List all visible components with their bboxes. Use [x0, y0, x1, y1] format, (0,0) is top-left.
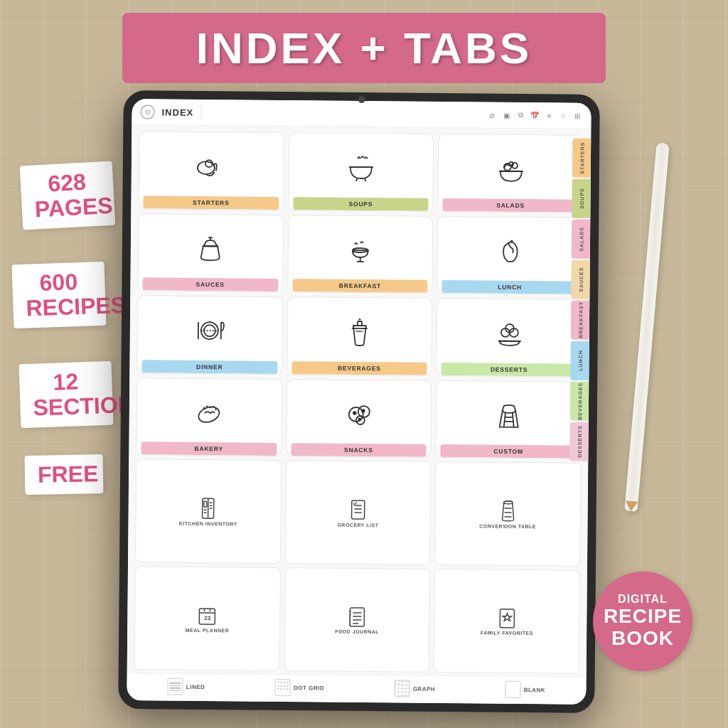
- free-card: FREE: [25, 454, 104, 495]
- gallery-icon[interactable]: ▣: [501, 110, 511, 120]
- grocery-list-label: GROCERY LIST: [337, 522, 378, 528]
- app-content: ⊙ INDEX ⊘ ▣ ⧉ 📅 ≡ ☆ ⊞: [127, 99, 591, 705]
- header-banner: INDEX + TABS: [122, 13, 606, 83]
- tablet-screen: STARTERS SOUPS SALADS SAUCES BREAKFAST L…: [127, 99, 591, 705]
- paper-styles-bar: LINED: [127, 673, 586, 705]
- snacks-label: SNACKS: [291, 443, 427, 457]
- dinner-icon: [142, 300, 278, 360]
- duplicate-icon[interactable]: ⧉: [515, 110, 525, 120]
- free-label: FREE: [38, 461, 91, 487]
- tab-sauces[interactable]: SAUCES: [571, 260, 591, 299]
- category-dinner[interactable]: DINNER: [136, 295, 283, 374]
- app-logo-icon: ⊙: [140, 105, 154, 119]
- category-custom[interactable]: CUSTOM: [436, 380, 582, 459]
- starters-icon: [144, 136, 279, 196]
- utility-food-journal[interactable]: FOOD JOURNAL: [284, 567, 430, 673]
- desserts-label: DESSERTS: [441, 363, 577, 377]
- lunch-label: LUNCH: [442, 280, 578, 294]
- utility-kitchen-inventory[interactable]: KITCHEN INVENTORY: [135, 459, 282, 564]
- pages-card: 628PAGES: [20, 161, 116, 230]
- utility-row-2: 23 MEAL PLANNER: [134, 566, 580, 673]
- app-index-title: INDEX: [161, 107, 193, 117]
- svg-point-6: [509, 162, 513, 166]
- badge-book: BOOK: [611, 628, 674, 650]
- conversion-table-label: CONVERSION TABLE: [479, 523, 536, 529]
- badge-recipe: RECIPE: [604, 606, 682, 628]
- food-journal-icon: [347, 606, 367, 627]
- category-salads[interactable]: SALADS: [438, 134, 584, 213]
- beverages-label: BEVERAGES: [291, 361, 427, 375]
- svg-point-39: [503, 500, 512, 503]
- dinner-label: DINNER: [141, 360, 277, 374]
- bakery-icon: [141, 382, 277, 443]
- svg-rect-29: [204, 501, 207, 507]
- utility-conversion-table[interactable]: CONVERSION TABLE: [434, 461, 581, 567]
- blank-style[interactable]: BLANK: [505, 681, 546, 698]
- tab-salads[interactable]: SALADS: [572, 220, 592, 259]
- custom-label: CUSTOM: [441, 444, 577, 459]
- header-divider: [200, 106, 201, 119]
- graph-label: GRAPH: [413, 685, 435, 692]
- meal-planner-label: MEAL PLANNER: [186, 627, 230, 633]
- tab-beverages[interactable]: BEVERAGES: [570, 382, 590, 421]
- soups-label: SOUPS: [293, 197, 429, 211]
- list-icon[interactable]: ≡: [544, 110, 554, 120]
- starters-label: STARTERS: [143, 196, 279, 210]
- graph-style[interactable]: GRAPH: [395, 680, 436, 697]
- main-categories-grid: STARTERS: [136, 131, 584, 459]
- svg-line-3: [365, 178, 366, 181]
- tab-soups[interactable]: SOUPS: [572, 179, 591, 218]
- lined-style[interactable]: LINED: [168, 678, 205, 695]
- utility-family-favorites[interactable]: FAMILY FAVORITES: [434, 569, 580, 674]
- dot-grid-style[interactable]: DOT GRID: [275, 679, 324, 697]
- tab-desserts[interactable]: DESSERTS: [569, 422, 589, 461]
- grocery-list-icon: [348, 498, 368, 520]
- kitchen-inventory-icon: [198, 497, 218, 520]
- tab-breakfast[interactable]: BREAKFAST: [571, 301, 591, 340]
- tab-lunch[interactable]: LUNCH: [570, 341, 590, 380]
- breakfast-icon: [292, 220, 428, 280]
- svg-point-26: [358, 419, 360, 421]
- search-icon[interactable]: ⊘: [487, 110, 497, 120]
- svg-point-24: [353, 412, 356, 414]
- graph-icon: [395, 680, 410, 697]
- recipes-number: 600RECIPES: [25, 269, 93, 321]
- calendar-icon[interactable]: 📅: [530, 110, 540, 120]
- breakfast-label: BREAKFAST: [292, 279, 428, 293]
- section-tabs: STARTERS SOUPS SALADS SAUCES BREAKFAST L…: [569, 139, 591, 461]
- tablet-camera: [358, 96, 365, 103]
- dot-grid-icon: [275, 679, 291, 696]
- utility-grocery-list[interactable]: GROCERY LIST: [285, 460, 432, 565]
- category-beverages[interactable]: BEVERAGES: [287, 296, 433, 375]
- category-soups[interactable]: SOUPS: [288, 132, 434, 211]
- grid-icon[interactable]: ⊞: [572, 111, 582, 121]
- recipe-book-badge: DIGITAL RECIPE BOOK: [593, 572, 692, 671]
- lunch-icon: [442, 221, 578, 282]
- category-sauces[interactable]: SAUCES: [137, 213, 284, 292]
- sauces-icon: [143, 218, 279, 279]
- utility-row-1: KITCHEN INVENTORY GROCERY: [135, 459, 581, 566]
- utility-meal-planner[interactable]: 23 MEAL PLANNER: [134, 566, 281, 671]
- lined-label: LINED: [186, 683, 205, 690]
- category-starters[interactable]: STARTERS: [138, 131, 284, 210]
- svg-rect-56: [500, 609, 514, 627]
- beverages-icon: [291, 301, 427, 362]
- category-desserts[interactable]: DESSERTS: [437, 298, 583, 377]
- bakery-label: BAKERY: [141, 441, 277, 456]
- sauces-label: SAUCES: [142, 277, 278, 291]
- meal-planner-icon: 23: [198, 605, 218, 626]
- category-bakery[interactable]: BAKERY: [136, 378, 282, 456]
- star-icon[interactable]: ☆: [558, 110, 568, 120]
- category-lunch[interactable]: LUNCH: [437, 215, 584, 294]
- salads-icon: [443, 139, 579, 199]
- family-favorites-label: FAMILY FAVORITES: [481, 630, 533, 636]
- blank-label: BLANK: [524, 687, 546, 693]
- category-breakfast[interactable]: BREAKFAST: [287, 215, 434, 294]
- tab-starters[interactable]: STARTERS: [572, 139, 592, 178]
- sections-number: 12SECTIONS: [32, 368, 100, 421]
- badge-digital: DIGITAL: [618, 593, 668, 606]
- tablet-device: STARTERS SOUPS SALADS SAUCES BREAKFAST L…: [118, 90, 600, 713]
- family-favorites-icon: [497, 607, 517, 628]
- desserts-icon: [441, 303, 577, 363]
- category-snacks[interactable]: SNACKS: [286, 379, 432, 458]
